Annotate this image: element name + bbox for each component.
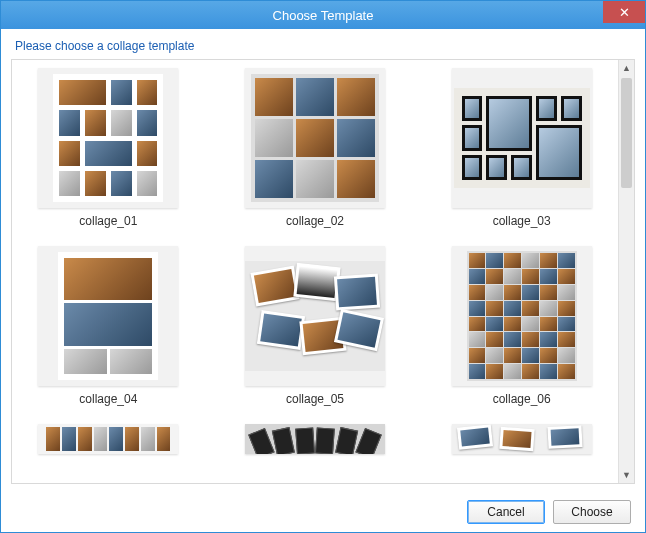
template-label: collage_03 xyxy=(493,214,551,228)
scroll-thumb[interactable] xyxy=(621,78,632,188)
template-thumbnail xyxy=(38,68,178,208)
template-item-partial-9[interactable] xyxy=(433,424,610,454)
template-label: collage_01 xyxy=(79,214,137,228)
close-icon: ✕ xyxy=(619,5,630,20)
template-item-partial-7[interactable] xyxy=(20,424,197,454)
choose-button[interactable]: Choose xyxy=(553,500,631,524)
template-thumbnail xyxy=(245,246,385,386)
template-thumbnail xyxy=(38,424,178,454)
template-item-collage_02[interactable]: collage_02 xyxy=(227,68,404,238)
instruction-text: Please choose a collage template xyxy=(1,29,645,59)
template-thumbnail xyxy=(452,68,592,208)
dialog-button-row: Cancel Choose xyxy=(1,492,645,532)
template-thumbnail xyxy=(452,424,592,454)
vertical-scrollbar[interactable]: ▲ ▼ xyxy=(618,60,634,483)
scroll-down-arrow-icon[interactable]: ▼ xyxy=(619,467,634,483)
template-grid-viewport: collage_01 collage_02 xyxy=(12,60,618,483)
template-thumbnail xyxy=(38,246,178,386)
close-button[interactable]: ✕ xyxy=(603,1,645,23)
template-item-collage_03[interactable]: collage_03 xyxy=(433,68,610,238)
template-item-collage_06[interactable]: collage_06 xyxy=(433,246,610,416)
template-thumbnail xyxy=(452,246,592,386)
template-item-collage_05[interactable]: collage_05 xyxy=(227,246,404,416)
template-grid: collage_01 collage_02 xyxy=(20,68,610,454)
cancel-button[interactable]: Cancel xyxy=(467,500,545,524)
template-gallery: collage_01 collage_02 xyxy=(11,59,635,484)
template-thumbnail xyxy=(245,68,385,208)
dialog-window: Choose Template ✕ Please choose a collag… xyxy=(0,0,646,533)
template-label: collage_05 xyxy=(286,392,344,406)
template-label: collage_02 xyxy=(286,214,344,228)
template-label: collage_06 xyxy=(493,392,551,406)
window-title: Choose Template xyxy=(273,8,374,23)
titlebar: Choose Template ✕ xyxy=(1,1,645,29)
template-label: collage_04 xyxy=(79,392,137,406)
scroll-track[interactable] xyxy=(619,76,634,467)
template-item-collage_04[interactable]: collage_04 xyxy=(20,246,197,416)
scroll-up-arrow-icon[interactable]: ▲ xyxy=(619,60,634,76)
template-item-partial-8[interactable] xyxy=(227,424,404,454)
template-thumbnail xyxy=(245,424,385,454)
template-item-collage_01[interactable]: collage_01 xyxy=(20,68,197,238)
